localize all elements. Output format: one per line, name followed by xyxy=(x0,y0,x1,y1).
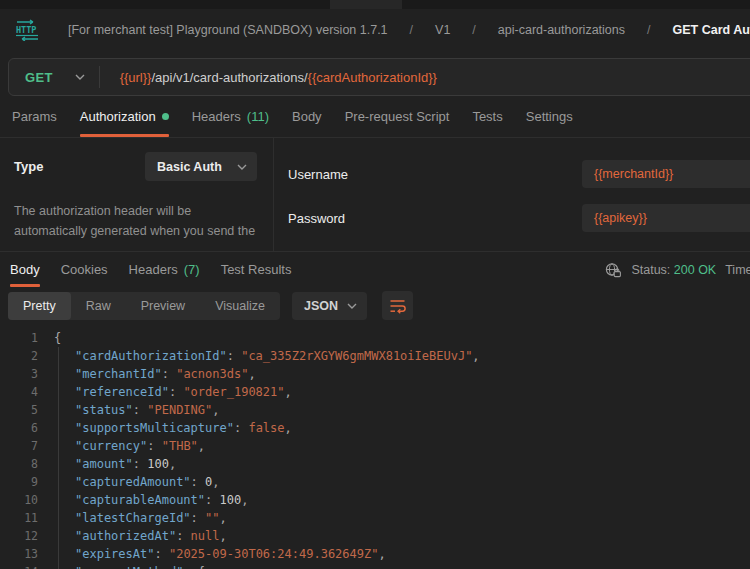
line-number: 5 xyxy=(0,401,38,419)
breadcrumb-separator: / xyxy=(647,23,650,37)
code-line: 8"amount": 100, xyxy=(0,455,750,473)
code-line-content: "expiresAt": "2025-09-30T06:24:49.362649… xyxy=(54,545,386,563)
chevron-down-icon xyxy=(75,74,85,80)
line-number: 13 xyxy=(0,545,38,563)
postman-window: HTTP [For merchant test] Playground (SAN… xyxy=(0,0,750,569)
auth-credentials-column: Username {{merchantId}} Password {{apike… xyxy=(274,138,750,251)
code-line: 13"expiresAt": "2025-09-30T06:24:49.3626… xyxy=(0,545,750,563)
authorization-panel: Type Basic Auth The authorization header… xyxy=(0,138,750,252)
response-tab-body[interactable]: Body xyxy=(10,252,40,287)
code-line-content: "supportsMulticapture": false, xyxy=(54,419,292,437)
chevron-down-icon xyxy=(347,303,357,309)
view-segmented-control: Pretty Raw Preview Visualize xyxy=(8,292,280,320)
line-number: 2 xyxy=(0,347,38,365)
active-tab-underline xyxy=(80,134,169,137)
code-line: 4"referenceId": "order_190821", xyxy=(0,383,750,401)
request-tabs: Params Authorization Headers(11) Body Pr… xyxy=(0,96,750,138)
response-tab-headers[interactable]: Headers(7) xyxy=(129,252,200,287)
url-bar: GET {{url}}/api/v1/card-authorizations/{… xyxy=(8,58,750,96)
method-dropdown[interactable]: GET xyxy=(9,59,99,95)
window-top-strip xyxy=(0,0,750,9)
tab-body[interactable]: Body xyxy=(292,96,322,137)
wrap-lines-button[interactable] xyxy=(382,291,413,320)
line-number: 14 xyxy=(0,563,38,569)
auth-type-label: Type xyxy=(14,159,43,174)
response-tab-cookies[interactable]: Cookies xyxy=(61,252,108,287)
http-request-icon: HTTP xyxy=(14,19,41,41)
code-line-content: "capturableAmount": 100, xyxy=(54,491,248,509)
view-pretty-button[interactable]: Pretty xyxy=(8,292,71,320)
code-line-content: "paymentMethod": { xyxy=(54,563,205,569)
chevron-down-icon xyxy=(237,164,247,170)
url-path: /api/v1/card-authorizations/ xyxy=(151,70,307,85)
format-value: JSON xyxy=(304,299,338,313)
code-line: 9"capturedAmount": 0, xyxy=(0,473,750,491)
auth-type-select[interactable]: Basic Auth xyxy=(145,152,257,181)
response-headers-count: (7) xyxy=(184,262,200,277)
tab-params[interactable]: Params xyxy=(12,96,57,137)
breadcrumb-separator: / xyxy=(410,23,413,37)
code-line: 6"supportsMulticapture": false, xyxy=(0,419,750,437)
code-line-content: "currency": "THB", xyxy=(54,437,205,455)
breadcrumb-folder-v1[interactable]: V1 xyxy=(420,16,465,44)
request-header-bar: HTTP [For merchant test] Playground (SAN… xyxy=(0,9,750,50)
code-line-content: "authorizedAt": null, xyxy=(54,527,227,545)
url-input[interactable]: {{url}}/api/v1/card-authorizations/{{car… xyxy=(100,70,437,85)
view-raw-button[interactable]: Raw xyxy=(71,292,126,320)
url-variable: {{cardAuthorizationId}} xyxy=(308,70,437,85)
breadcrumb-collection[interactable]: [For merchant test] Playground (SANDBOX)… xyxy=(53,16,403,44)
code-line: 10"capturableAmount": 100, xyxy=(0,491,750,509)
wrap-lines-icon xyxy=(389,298,407,314)
breadcrumb-folder-api[interactable]: api-card-authorizations xyxy=(483,16,640,44)
line-number: 9 xyxy=(0,473,38,491)
status-label: Status: xyxy=(631,263,670,277)
code-line-content: { xyxy=(54,329,61,347)
view-visualize-button[interactable]: Visualize xyxy=(200,292,280,320)
auth-help-text: The authorization header will be automat… xyxy=(14,201,257,241)
username-field[interactable]: {{merchantId}} xyxy=(582,160,750,188)
tab-pre-request-script[interactable]: Pre-request Script xyxy=(345,96,450,137)
line-number: 12 xyxy=(0,527,38,545)
time-label: Time: xyxy=(725,263,750,277)
password-field[interactable]: {{apikey}} xyxy=(582,204,750,232)
code-line-content: "latestChargeId": "", xyxy=(54,509,227,527)
indent-guide xyxy=(58,365,59,383)
headers-count: (11) xyxy=(247,109,269,124)
indent-guide xyxy=(58,437,59,455)
breadcrumb-separator: / xyxy=(472,23,475,37)
line-number: 11 xyxy=(0,509,38,527)
active-tab-underline xyxy=(10,284,40,287)
response-tab-test-results[interactable]: Test Results xyxy=(221,252,292,287)
indent-guide xyxy=(58,419,59,437)
code-line-content: "amount": 100, xyxy=(54,455,176,473)
svg-text:HTTP: HTTP xyxy=(16,25,36,35)
indent-guide xyxy=(58,545,59,563)
format-dropdown[interactable]: JSON xyxy=(292,292,367,320)
auth-active-dot xyxy=(162,113,169,120)
code-line: 3"merchantId": "acnon3ds", xyxy=(0,365,750,383)
indent-guide xyxy=(58,383,59,401)
indent-guide xyxy=(58,347,59,365)
view-preview-button[interactable]: Preview xyxy=(126,292,200,320)
response-meta: Status: 200 OK Time: xyxy=(605,252,750,287)
breadcrumb: [For merchant test] Playground (SANDBOX)… xyxy=(53,16,750,44)
username-label: Username xyxy=(288,167,348,182)
tab-tests[interactable]: Tests xyxy=(472,96,502,137)
method-label: GET xyxy=(25,70,53,85)
breadcrumb-request-name: GET Card Authorizations by ID xyxy=(657,16,750,44)
tab-settings[interactable]: Settings xyxy=(526,96,573,137)
indent-guide xyxy=(58,527,59,545)
auth-type-value: Basic Auth xyxy=(157,160,222,174)
line-number: 8 xyxy=(0,455,38,473)
code-line-content: "referenceId": "order_190821", xyxy=(54,383,292,401)
response-view-toolbar: Pretty Raw Preview Visualize JSON xyxy=(0,287,750,325)
tab-authorization[interactable]: Authorization xyxy=(80,96,169,137)
line-number: 3 xyxy=(0,365,38,383)
network-globe-lock-icon[interactable] xyxy=(605,262,622,278)
indent-guide xyxy=(58,509,59,527)
line-number: 4 xyxy=(0,383,38,401)
indent-guide xyxy=(58,473,59,491)
code-line: 7"currency": "THB", xyxy=(0,437,750,455)
code-line-content: "capturedAmount": 0, xyxy=(54,473,220,491)
tab-headers[interactable]: Headers(11) xyxy=(192,96,269,137)
